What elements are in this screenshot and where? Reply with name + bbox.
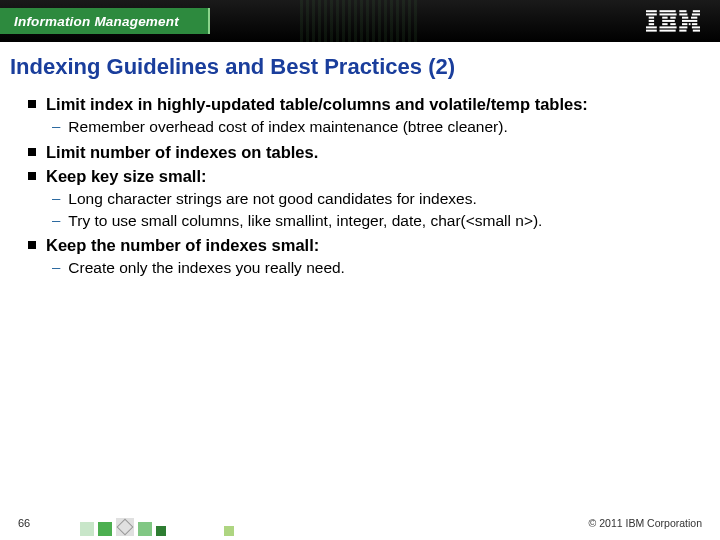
list-item: Keep key size small: –Long character str…: [28, 166, 692, 231]
svg-rect-10: [670, 17, 675, 19]
svg-rect-21: [691, 17, 697, 19]
svg-rect-4: [649, 23, 654, 25]
list-item: Limit index in highly-updated table/colu…: [28, 94, 692, 138]
svg-rect-8: [660, 13, 677, 15]
svg-rect-19: [692, 13, 700, 15]
svg-rect-26: [679, 26, 687, 28]
svg-rect-29: [693, 30, 700, 32]
sub-text: Long character strings are not good cand…: [68, 189, 476, 209]
svg-rect-1: [646, 13, 657, 15]
sub-item: –Create only the indexes you really need…: [52, 258, 692, 278]
sub-list: –Remember overhead cost of index mainten…: [52, 117, 692, 137]
sub-list: –Long character strings are not good can…: [52, 189, 692, 230]
svg-rect-22: [682, 20, 697, 22]
svg-rect-2: [649, 17, 654, 19]
bullet-list: Limit index in highly-updated table/colu…: [28, 94, 692, 278]
brand-text: Information Management: [14, 14, 179, 29]
sub-list: –Create only the indexes you really need…: [52, 258, 692, 278]
bullet-text: Limit number of indexes on tables.: [46, 142, 318, 163]
copyright-text: © 2011 IBM Corporation: [589, 517, 702, 529]
svg-rect-3: [649, 20, 654, 22]
svg-rect-18: [679, 13, 687, 15]
svg-rect-7: [660, 10, 676, 12]
svg-rect-27: [692, 26, 700, 28]
svg-rect-25: [692, 23, 697, 25]
svg-rect-16: [679, 10, 686, 12]
svg-rect-28: [679, 30, 686, 32]
square-bullet-icon: [28, 172, 36, 180]
svg-rect-9: [662, 17, 667, 19]
dash-icon: –: [52, 117, 60, 134]
ibm-logo-icon: [646, 10, 700, 32]
header-decoration: [300, 0, 420, 42]
page-number: 66: [18, 517, 30, 529]
list-item: Keep the number of indexes small: –Creat…: [28, 235, 692, 279]
header-bar: Information Management: [0, 0, 720, 42]
header-brand-band: Information Management: [0, 8, 210, 34]
square-bullet-icon: [28, 241, 36, 249]
bullet-text: Keep key size small:: [46, 166, 207, 187]
svg-rect-20: [682, 17, 688, 19]
svg-rect-11: [662, 20, 675, 22]
svg-rect-24: [689, 23, 691, 25]
dash-icon: –: [52, 189, 60, 206]
svg-rect-6: [646, 30, 657, 32]
svg-rect-0: [646, 10, 657, 12]
svg-rect-13: [670, 23, 675, 25]
sub-item: –Remember overhead cost of index mainten…: [52, 117, 692, 137]
sub-item: –Try to use small columns, like smallint…: [52, 211, 692, 231]
sub-item: –Long character strings are not good can…: [52, 189, 692, 209]
sub-text: Try to use small columns, like smallint,…: [68, 211, 542, 231]
dash-icon: –: [52, 211, 60, 228]
square-bullet-icon: [28, 100, 36, 108]
svg-rect-15: [660, 30, 676, 32]
square-bullet-icon: [28, 148, 36, 156]
svg-rect-14: [660, 26, 677, 28]
svg-rect-17: [693, 10, 700, 12]
svg-rect-12: [662, 23, 667, 25]
slide-title: Indexing Guidelines and Best Practices (…: [0, 42, 720, 94]
svg-rect-23: [682, 23, 687, 25]
bullet-text: Keep the number of indexes small:: [46, 235, 319, 256]
footer: 66 © 2011 IBM Corporation: [0, 512, 720, 540]
list-item: Limit number of indexes on tables.: [28, 142, 692, 163]
sub-text: Create only the indexes you really need.: [68, 258, 345, 278]
slide-content: Limit index in highly-updated table/colu…: [0, 94, 720, 278]
svg-rect-5: [646, 26, 657, 28]
bullet-text: Limit index in highly-updated table/colu…: [46, 94, 588, 115]
sub-text: Remember overhead cost of index maintena…: [68, 117, 507, 137]
dash-icon: –: [52, 258, 60, 275]
